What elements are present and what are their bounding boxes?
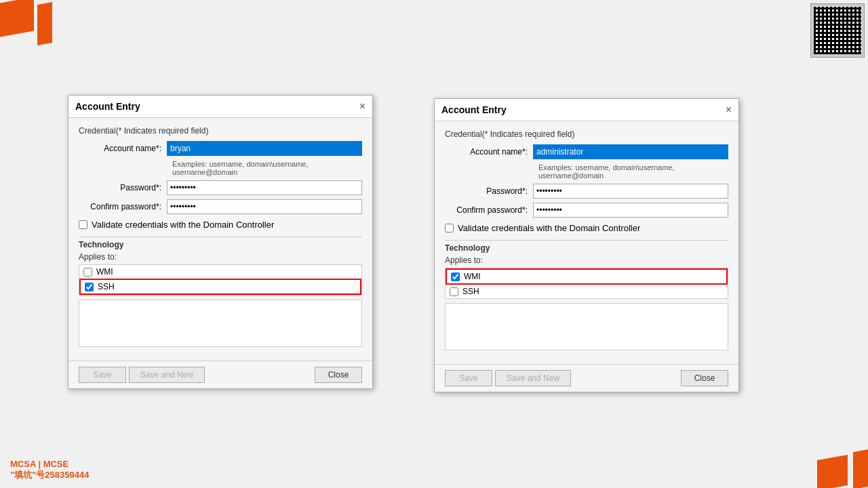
dialog1-close-button[interactable]: × xyxy=(359,101,366,112)
dialog1-titlebar: Account Entry × xyxy=(68,96,372,118)
dialog2-ssh-label: SSH xyxy=(462,287,479,296)
dialog2-account-name-row: Account name*: xyxy=(445,144,728,159)
dialog2-password-row: Password*: xyxy=(445,184,728,199)
dialog2-account-example: Examples: username, domain\username, use… xyxy=(538,163,728,180)
dialog1-applies-to-label: Applies to: xyxy=(79,252,362,262)
dialog2-password-input[interactable] xyxy=(533,184,728,199)
dialog1-account-example: Examples: username, domain\username, use… xyxy=(172,160,362,176)
dialog2-footer: Save Save and New Close xyxy=(435,364,738,392)
dialog2-account-name-label: Account name*: xyxy=(445,147,533,157)
dialog2-technology-label: Technology xyxy=(445,243,728,253)
dialog1-wmi-checkbox[interactable] xyxy=(83,268,92,277)
dialog1-validate-label: Validate credentials with the Domain Con… xyxy=(92,220,274,230)
dialog1-tech-item-wmi: WMI xyxy=(79,265,361,279)
dialog2-body: Credential(* Indicates required field) A… xyxy=(435,121,738,364)
qr-code xyxy=(810,3,865,58)
dialog1-validate-checkbox[interactable] xyxy=(79,220,87,229)
dialog1-password-label: Password*: xyxy=(79,183,167,192)
dialog1-confirm-password-label: Confirm password*: xyxy=(79,202,167,211)
dialog2-save-button[interactable]: Save xyxy=(445,370,492,386)
dialog1-technology-label: Technology xyxy=(79,240,362,249)
dialog2-tech-item-wmi: WMI xyxy=(446,268,728,285)
dialog1-tech-list: WMI SSH xyxy=(79,264,362,296)
dialog2-wmi-label: WMI xyxy=(464,272,481,281)
dialog1-wmi-label: WMI xyxy=(96,267,113,277)
dialog1-ssh-checkbox[interactable] xyxy=(85,283,94,291)
dialog1-account-name-input[interactable] xyxy=(167,141,362,156)
dialog2-validate-row: Validate credentials with the Domain Con… xyxy=(445,223,728,233)
dialog1-confirm-password-input[interactable] xyxy=(167,199,362,214)
dialog2-tech-item-ssh: SSH xyxy=(446,285,728,298)
dialog2-ssh-checkbox[interactable] xyxy=(450,287,458,296)
dialog2-tech-area xyxy=(445,303,728,350)
dialog1-close-footer-button[interactable]: Close xyxy=(315,367,362,383)
dialog1-account-name-label: Account name*: xyxy=(79,144,167,153)
dialog1-validate-row: Validate credentials with the Domain Con… xyxy=(79,220,362,230)
logo xyxy=(0,0,68,54)
dialog1-ssh-label: SSH xyxy=(98,282,115,291)
dialog1-footer: Save Save and New Close xyxy=(68,361,372,388)
account-entry-dialog-1: Account Entry × Credential(* Indicates r… xyxy=(68,95,373,389)
dialog2-credential-label: Credential(* Indicates required field) xyxy=(445,129,728,139)
dialog1-password-row: Password*: xyxy=(79,180,362,195)
dialog1-account-name-row: Account name*: xyxy=(79,141,362,156)
dialog1-save-button[interactable]: Save xyxy=(79,367,126,383)
branding-text: MCSA | MCSE "填坑"号258359444 xyxy=(10,459,89,481)
dialog2-password-label: Password*: xyxy=(445,186,533,196)
dialog1-password-input[interactable] xyxy=(167,180,362,195)
dialog2-close-button[interactable]: × xyxy=(726,104,732,115)
dialog2-validate-label: Validate credentials with the Domain Con… xyxy=(458,223,640,233)
dialog2-titlebar: Account Entry × xyxy=(435,99,738,121)
dialog1-tech-item-ssh: SSH xyxy=(79,279,361,295)
account-entry-dialog-2: Account Entry × Credential(* Indicates r… xyxy=(434,98,739,392)
dialog2-tech-list: WMI SSH xyxy=(445,268,728,299)
dialog2-close-footer-button[interactable]: Close xyxy=(681,370,728,386)
dialog2-confirm-password-row: Confirm password*: xyxy=(445,203,728,218)
dialog2-wmi-checkbox[interactable] xyxy=(451,272,460,281)
dialog2-title: Account Entry xyxy=(441,104,507,115)
dialog2-applies-to-label: Applies to: xyxy=(445,256,728,265)
bottom-right-decoration xyxy=(814,447,868,488)
dialog1-save-new-button[interactable]: Save and New xyxy=(129,367,205,383)
dialog2-account-name-input[interactable] xyxy=(533,144,728,159)
dialog2-confirm-password-label: Confirm password*: xyxy=(445,205,533,215)
dialog2-confirm-password-input[interactable] xyxy=(533,203,728,218)
dialog2-validate-checkbox[interactable] xyxy=(445,224,454,232)
dialog2-save-new-button[interactable]: Save and New xyxy=(495,370,571,386)
dialog1-confirm-password-row: Confirm password*: xyxy=(79,199,362,214)
dialog1-tech-area xyxy=(79,300,362,347)
dialog1-title: Account Entry xyxy=(75,101,140,112)
dialog1-body: Credential(* Indicates required field) A… xyxy=(68,118,372,361)
dialog1-credential-label: Credential(* Indicates required field) xyxy=(79,126,362,136)
